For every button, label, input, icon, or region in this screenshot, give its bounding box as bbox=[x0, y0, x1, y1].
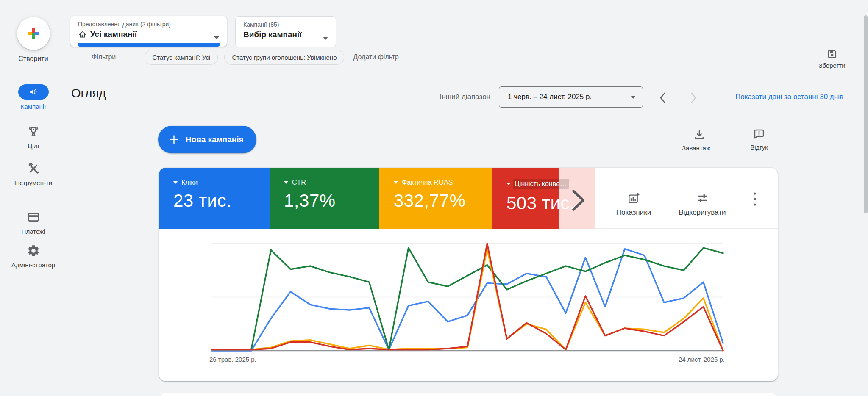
data-view-value: Усі кампанії bbox=[90, 30, 137, 39]
metric-label: CTR bbox=[292, 179, 306, 186]
metric-tile-roas[interactable]: Фактична ROAS 332,77% bbox=[379, 168, 492, 229]
date-range-value: 1 черв. – 24 лист. 2025 р. bbox=[508, 93, 592, 101]
chevron-down-icon bbox=[506, 183, 511, 185]
chevron-down-icon bbox=[173, 181, 178, 184]
x-axis-end-label: 24 лист. 2025 р. bbox=[679, 356, 725, 363]
filter-chip-adgroup-status[interactable]: Статус групи оголошень: Увімкнено bbox=[224, 50, 344, 65]
campaign-selector[interactable]: Кампанії (85) Вибір кампанії bbox=[235, 16, 336, 47]
chevron-left-icon bbox=[658, 91, 668, 104]
chevron-down-icon bbox=[284, 181, 288, 184]
chevron-down-icon bbox=[214, 36, 219, 39]
plus-icon bbox=[168, 134, 180, 145]
new-campaign-button[interactable]: Нова кампанія bbox=[158, 126, 256, 153]
metric-tiles-row: Кліки 23 тис. CTR 1,37% Фактична ROAS 33… bbox=[159, 168, 778, 229]
filters-label: Фільтри bbox=[92, 53, 116, 61]
sidebar-item-campaigns[interactable]: Кампанії bbox=[0, 84, 67, 110]
metric-value: 503 тис. bbox=[506, 193, 559, 213]
metric-tile-ctr[interactable]: CTR 1,37% bbox=[270, 168, 379, 229]
other-range-label: Інший діапазон bbox=[440, 93, 490, 101]
create-button[interactable]: Створити bbox=[0, 17, 67, 63]
payments-card-icon bbox=[27, 210, 40, 224]
save-label: Зберегти bbox=[818, 62, 845, 69]
x-axis-start-label: 26 трав. 2025 р. bbox=[209, 356, 256, 363]
create-label: Створити bbox=[18, 55, 48, 63]
floppy-save-icon bbox=[826, 48, 838, 60]
feedback-button[interactable]: Відгук bbox=[736, 127, 782, 151]
create-circle[interactable] bbox=[17, 17, 50, 50]
topbar-divider bbox=[69, 79, 854, 79]
metric-value: 1,37% bbox=[284, 191, 379, 211]
sidebar-label-goals: Цілі bbox=[10, 142, 57, 150]
series-CTR bbox=[212, 248, 723, 349]
adjust-button-label: Відкоригувати bbox=[679, 208, 726, 217]
filter-chip-campaign-status[interactable]: Статус кампанії: Усі bbox=[145, 50, 218, 65]
sidebar-label-admin: Адміні-стратор bbox=[10, 261, 57, 269]
metric-label: Кліки bbox=[181, 179, 198, 186]
feedback-label: Відгук bbox=[750, 144, 768, 151]
data-view-selector[interactable]: Представлення даних (2 фільтри) Усі камп… bbox=[70, 16, 227, 47]
date-range-selector[interactable]: 1 черв. – 24 лист. 2025 р. bbox=[499, 86, 643, 108]
overview-chart-card: Кліки 23 тис. CTR 1,37% Фактична ROAS 33… bbox=[159, 168, 778, 381]
download-button[interactable]: Завантаж… bbox=[676, 128, 723, 152]
save-button[interactable]: Зберегти bbox=[815, 48, 849, 69]
data-view-caption: Представлення даних (2 фільтри) bbox=[70, 16, 227, 28]
add-filter-button[interactable]: Додати фільтр bbox=[353, 53, 399, 61]
date-next-button[interactable] bbox=[684, 89, 703, 106]
sidebar-item-admin[interactable]: Адміні-стратор bbox=[0, 244, 67, 269]
sidebar-label-tools: Інструмен-ти bbox=[10, 179, 57, 186]
filters-row: Фільтри Статус кампанії: Усі Статус груп… bbox=[92, 50, 399, 64]
tools-icon bbox=[27, 162, 40, 175]
adjust-button[interactable]: Відкоригувати bbox=[673, 191, 732, 217]
google-ads-overview-screen: Створити Кампанії Цілі bbox=[0, 0, 868, 396]
metric-label: Фактична ROAS bbox=[402, 179, 453, 186]
active-view-indicator bbox=[78, 43, 220, 47]
chevron-down-icon bbox=[323, 37, 328, 40]
sidebar-item-payments[interactable]: Платежі bbox=[0, 210, 67, 235]
trophy-icon bbox=[27, 125, 40, 138]
download-label: Завантаж… bbox=[682, 144, 717, 152]
campaign-selector-value: Вибір кампанії bbox=[243, 30, 302, 39]
date-prev-button[interactable] bbox=[654, 89, 672, 106]
series-Кліки bbox=[212, 249, 723, 351]
sidebar-item-tools[interactable]: Інструмен-ти bbox=[0, 161, 67, 186]
sidebar-label-payments: Платежі bbox=[10, 228, 57, 235]
sidebar-label-campaigns: Кампанії bbox=[10, 103, 57, 110]
chevron-right-icon bbox=[570, 188, 587, 212]
metric-tile-clicks[interactable]: Кліки 23 тис. bbox=[159, 168, 270, 229]
overview-line-chart bbox=[186, 229, 750, 373]
left-rail: Створити Кампанії Цілі bbox=[0, 0, 67, 396]
google-plus-icon bbox=[26, 26, 41, 41]
page-title: Огляд bbox=[71, 86, 106, 100]
download-icon bbox=[693, 128, 706, 142]
feedback-bubble-icon bbox=[753, 127, 765, 141]
chevron-down-icon bbox=[631, 96, 636, 99]
metrics-button-label: Показники bbox=[616, 208, 651, 217]
new-campaign-label: Нова кампанія bbox=[186, 135, 244, 144]
campaigns-active-pill[interactable] bbox=[18, 84, 49, 100]
megaphone-icon bbox=[29, 87, 38, 97]
show-last-30-days-link[interactable]: Показати дані за останні 30 днів bbox=[735, 93, 843, 101]
metric-value: 23 тис. bbox=[173, 191, 270, 211]
chevron-down-icon bbox=[394, 181, 398, 184]
chart-add-icon bbox=[627, 191, 640, 205]
metrics-scroll-next-button[interactable] bbox=[569, 188, 587, 213]
metric-tile-conversion-value[interactable]: Цінність конве… 503 тис. bbox=[492, 168, 559, 229]
vertical-scrollbar-thumb[interactable] bbox=[864, 15, 868, 213]
sidebar-item-goals[interactable]: Цілі bbox=[0, 125, 67, 150]
metric-label: Цінність конве… bbox=[513, 179, 569, 189]
metric-value: 332,77% bbox=[394, 191, 492, 211]
next-section-card-partial bbox=[159, 393, 778, 396]
metrics-button[interactable]: Показники bbox=[610, 191, 657, 217]
home-icon bbox=[78, 30, 87, 39]
kebab-menu-icon bbox=[754, 192, 756, 206]
more-options-button[interactable] bbox=[749, 188, 761, 210]
campaign-selector-caption: Кампанії (85) bbox=[236, 17, 336, 28]
gear-icon bbox=[27, 244, 40, 258]
series-Фактична ROAS bbox=[212, 249, 723, 351]
chevron-right-icon bbox=[689, 91, 698, 104]
sliders-icon bbox=[696, 191, 709, 205]
